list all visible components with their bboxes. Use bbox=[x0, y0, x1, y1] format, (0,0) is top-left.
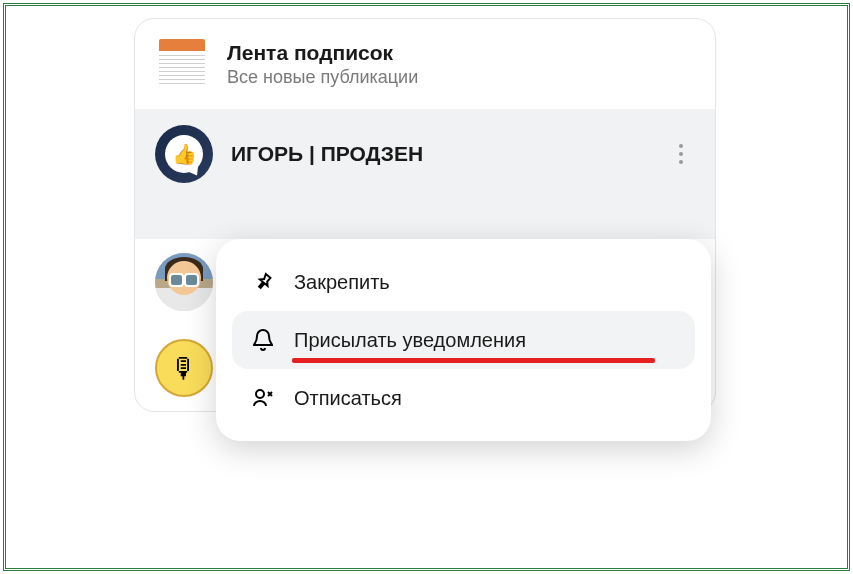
menu-item-label: Отписаться bbox=[294, 387, 402, 410]
app-frame: Лента подписок Все новые публикации 👍 ИГ… bbox=[3, 3, 850, 571]
bell-icon bbox=[250, 327, 276, 353]
channel-row-active[interactable]: 👍 ИГОРЬ | ПРОДЗЕН bbox=[135, 109, 715, 239]
highlight-underline bbox=[292, 358, 655, 363]
channel-name: ИГОРЬ | ПРОДЗЕН bbox=[231, 142, 653, 166]
menu-item-label: Закрепить bbox=[294, 271, 390, 294]
menu-item-label: Присылать уведомления bbox=[294, 329, 526, 352]
menu-item-notifications[interactable]: Присылать уведомления bbox=[232, 311, 695, 369]
menu-item-pin[interactable]: Закрепить bbox=[232, 253, 695, 311]
feed-subtitle: Все новые публикации bbox=[227, 67, 418, 88]
feed-header[interactable]: Лента подписок Все новые публикации bbox=[135, 19, 715, 109]
channel-avatar: 🎙 bbox=[155, 339, 213, 397]
feed-title: Лента подписок bbox=[227, 41, 418, 65]
channel-avatar: 👍 bbox=[155, 125, 213, 183]
menu-item-unsubscribe[interactable]: Отписаться bbox=[232, 369, 695, 427]
feed-header-text: Лента подписок Все новые публикации bbox=[227, 41, 418, 88]
thumbs-up-icon: 👍 bbox=[172, 142, 197, 166]
unsubscribe-icon bbox=[250, 385, 276, 411]
channel-avatar bbox=[155, 253, 213, 311]
more-options-button[interactable] bbox=[671, 136, 691, 172]
thumbs-up-bubble-icon: 👍 bbox=[165, 135, 203, 173]
feed-thumbnail-icon bbox=[155, 37, 209, 91]
pin-icon bbox=[250, 269, 276, 295]
context-menu: Закрепить Присылать уведомления Отписать… bbox=[216, 239, 711, 441]
svg-point-0 bbox=[256, 390, 264, 398]
microphone-icon: 🎙 bbox=[170, 352, 198, 385]
